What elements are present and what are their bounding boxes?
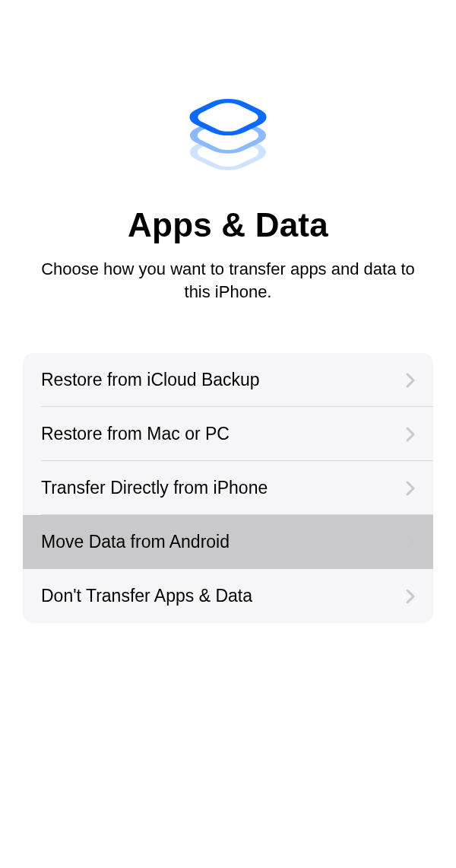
- chevron-right-icon: [406, 373, 415, 388]
- chevron-right-icon: [406, 589, 415, 604]
- option-label: Restore from iCloud Backup: [41, 370, 260, 390]
- option-label: Transfer Directly from iPhone: [41, 478, 268, 498]
- option-label: Restore from Mac or PC: [41, 424, 230, 444]
- option-dont-transfer[interactable]: Don't Transfer Apps & Data: [23, 569, 433, 623]
- page-title: Apps & Data: [128, 206, 328, 244]
- page-subtitle: Choose how you want to transfer apps and…: [0, 258, 456, 303]
- apps-and-data-screen: Apps & Data Choose how you want to trans…: [0, 0, 456, 868]
- transfer-options-list: Restore from iCloud BackupRestore from M…: [23, 353, 433, 623]
- chevron-right-icon: [406, 535, 415, 550]
- chevron-right-icon: [406, 481, 415, 496]
- option-restore-icloud[interactable]: Restore from iCloud Backup: [23, 353, 433, 407]
- option-label: Don't Transfer Apps & Data: [41, 586, 252, 606]
- option-move-android[interactable]: Move Data from Android: [23, 515, 433, 569]
- apps-and-data-icon: [186, 80, 270, 179]
- option-restore-mac-pc[interactable]: Restore from Mac or PC: [23, 407, 433, 461]
- option-label: Move Data from Android: [41, 532, 230, 552]
- option-transfer-iphone[interactable]: Transfer Directly from iPhone: [23, 461, 433, 515]
- chevron-right-icon: [406, 427, 415, 442]
